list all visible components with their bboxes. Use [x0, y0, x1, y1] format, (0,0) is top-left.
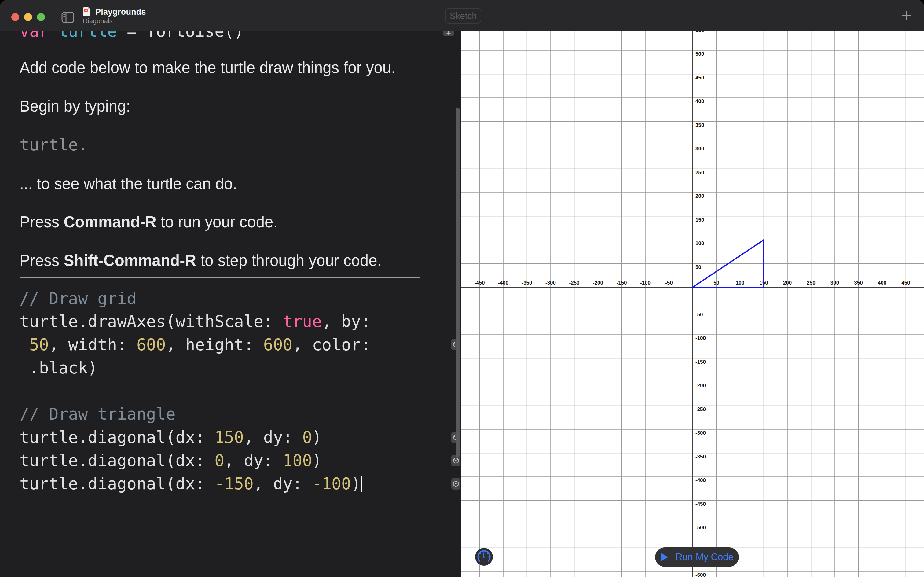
speed-control-button[interactable]: [475, 548, 493, 566]
run-my-code-button[interactable]: Run My Code: [655, 547, 739, 567]
text-segment: ): [351, 474, 361, 493]
code-line[interactable]: .black): [19, 359, 97, 377]
code-line[interactable]: turtle.drawAxes(withScale: true, by:: [19, 313, 371, 330]
y-tick-label: -150: [695, 359, 706, 365]
y-tick-label: -500: [695, 525, 706, 530]
y-tick-label: -50: [695, 312, 703, 318]
x-tick-label: -350: [522, 280, 532, 286]
text-segment: turtle.drawAxes(withScale:: [19, 312, 283, 331]
x-tick-label: 250: [806, 280, 815, 286]
text-segment: , by:: [322, 312, 371, 331]
instruction-text: ... to see what the turtle can do.: [19, 174, 237, 193]
x-tick-label: 350: [854, 280, 863, 286]
y-tick-label: 450: [695, 75, 704, 81]
swift-file-icon: [82, 7, 91, 16]
text-segment: Press: [19, 213, 64, 231]
text-segment: Command-R: [64, 213, 156, 231]
text-segment: 0: [214, 451, 224, 470]
text-segment: ): [312, 451, 322, 470]
code-line[interactable]: turtle.diagonal(dx: -150, dy: -100): [19, 475, 362, 493]
instruction-text: Press Shift-Command-R to step through yo…: [19, 251, 382, 270]
zoom-button[interactable]: [37, 13, 45, 21]
text-segment: turtle.diagonal(dx:: [19, 451, 214, 470]
text-segment: Press: [19, 252, 64, 269]
text-segment: -150: [214, 474, 254, 493]
text-segment: , color:: [293, 335, 371, 354]
text-segment: Begin by typing:: [19, 97, 130, 115]
gauge-icon: [477, 550, 491, 564]
y-tick-label: 550: [695, 31, 704, 33]
code-line[interactable]: // Draw triangle: [19, 405, 176, 423]
editor-separator: [19, 50, 420, 50]
x-tick-label: -400: [498, 280, 509, 286]
text-segment: to step through your code.: [196, 252, 382, 269]
x-tick-label: -450: [474, 280, 485, 286]
text-cursor: [361, 476, 362, 492]
y-tick-label: -450: [695, 501, 706, 507]
x-tick-label: 300: [831, 280, 839, 286]
editor-scrollbar[interactable]: [456, 108, 460, 458]
minimize-button[interactable]: [24, 13, 32, 21]
cube-icon: [453, 481, 459, 487]
instruction-text: Begin by typing:: [19, 97, 130, 116]
code-line[interactable]: turtle.diagonal(dx: 150, dy: 0): [19, 429, 322, 446]
run-to-line-button[interactable]: [451, 478, 460, 490]
close-button[interactable]: [11, 13, 19, 21]
tab-sketch[interactable]: Sketch: [445, 8, 481, 24]
instruction-text: Press Command-R to run your code.: [19, 213, 278, 232]
play-icon: [660, 553, 669, 562]
y-tick-label: -250: [695, 406, 706, 412]
text-segment: // Draw grid: [19, 289, 137, 308]
text-segment: 100: [283, 451, 312, 470]
text-segment: ... to see what the turtle can do.: [19, 175, 237, 193]
y-tick-label: -400: [695, 477, 706, 483]
text-segment: true: [283, 312, 322, 331]
text-segment: turtle.diagonal(dx:: [19, 474, 214, 493]
drawing-canvas: -450-400-350-300-250-200-150-100-5050100…: [461, 31, 924, 577]
code-editor[interactable]: var turtle = Tortoise()Add code below to…: [0, 31, 461, 577]
text-segment: [19, 335, 29, 354]
text-segment: turtle: [59, 31, 117, 40]
text-segment: turtle.: [19, 135, 88, 154]
sidebar-toggle-icon[interactable]: [61, 11, 74, 23]
text-segment: 600: [263, 335, 293, 354]
x-tick-label: -300: [546, 280, 556, 286]
app-title: Playgrounds: [95, 7, 146, 17]
text-segment: , height:: [166, 335, 263, 354]
code-line[interactable]: var turtle = Tortoise(): [19, 31, 244, 40]
text-segment: 0: [302, 428, 312, 446]
editor-separator: [19, 277, 420, 278]
y-tick-label: 500: [695, 51, 704, 57]
text-segment: // Draw triangle: [19, 405, 176, 423]
text-segment: var: [19, 31, 59, 40]
y-tick-label: -300: [695, 430, 706, 436]
plus-icon[interactable]: [900, 8, 913, 22]
cube-icon: [453, 458, 459, 464]
coordinate-grid: -450-400-350-300-250-200-150-100-5050100…: [461, 31, 924, 577]
y-tick-label: -200: [695, 383, 706, 388]
playgrounds-window: Playgrounds Diagonals Sketch var turtle …: [0, 0, 924, 577]
text-segment: , dy:: [254, 474, 312, 493]
code-line[interactable]: 50, width: 600, height: 600, color:: [19, 336, 371, 354]
y-tick-label: -350: [695, 454, 706, 459]
x-tick-label: -250: [569, 280, 580, 286]
text-segment: , dy:: [244, 428, 302, 446]
code-line[interactable]: turtle.diagonal(dx: 0, dy: 100): [19, 452, 322, 469]
run-button-label: Run My Code: [676, 552, 734, 562]
y-tick-label: 100: [695, 240, 704, 246]
text-segment: turtle.diagonal(dx:: [19, 428, 214, 446]
y-tick-label: 200: [695, 193, 704, 199]
run-to-line-button[interactable]: [443, 31, 454, 36]
x-tick-label: -50: [665, 280, 673, 286]
text-segment: , dy:: [224, 451, 283, 470]
y-tick-label: -600: [695, 572, 706, 577]
code-line[interactable]: // Draw grid: [19, 290, 137, 308]
x-tick-label: -150: [616, 280, 627, 286]
x-tick-label: 100: [736, 280, 744, 286]
text-segment: = Tortoise(): [117, 31, 244, 40]
code-line[interactable]: turtle.: [19, 136, 88, 154]
y-tick-label: 250: [695, 169, 704, 176]
tab-sketch-label: Sketch: [450, 11, 477, 21]
text-segment: 150: [214, 428, 244, 446]
x-tick-label: 50: [713, 280, 719, 286]
